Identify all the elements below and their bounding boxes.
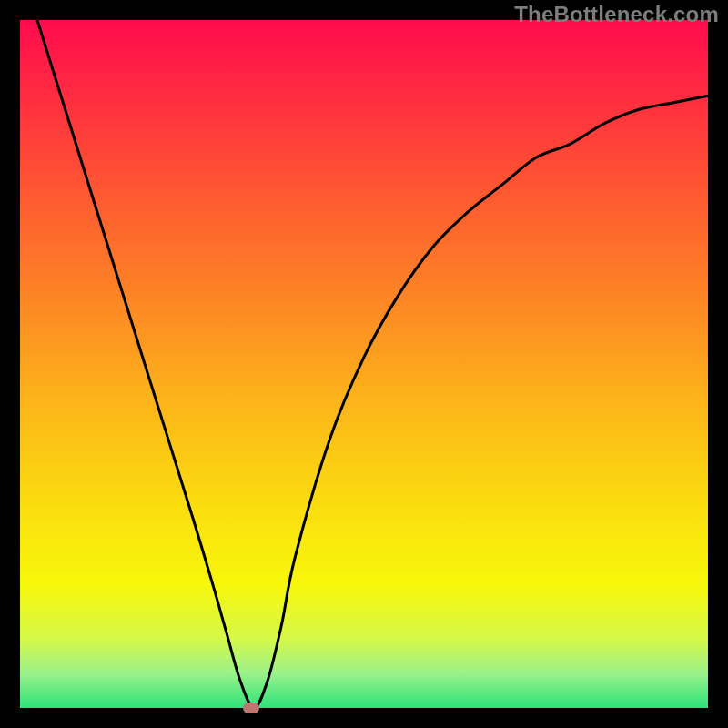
chart-wrapper: TheBottleneck.com [0,0,728,728]
bottleneck-curve-path [20,0,708,708]
watermark-text: TheBottleneck.com [514,2,719,27]
plot-area [20,20,708,708]
minimum-marker [243,703,259,713]
curve-svg [20,20,708,708]
